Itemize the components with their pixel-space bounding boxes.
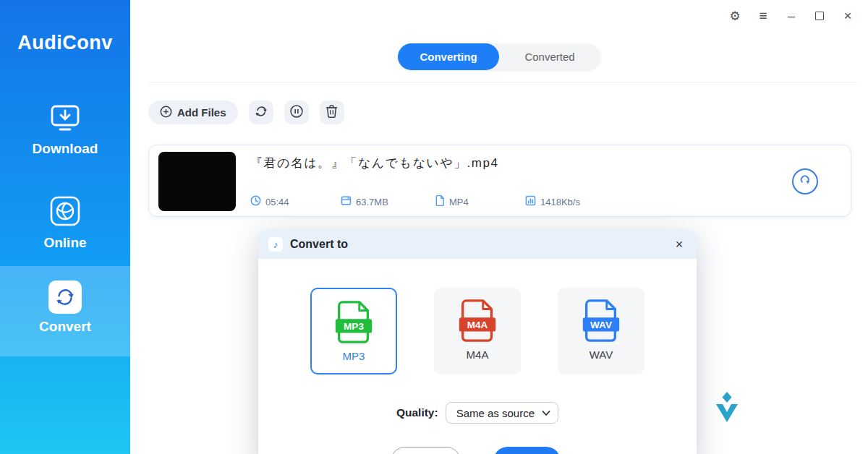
divider	[148, 82, 857, 82]
dialog-primary-button[interactable]	[493, 447, 561, 454]
add-files-button[interactable]: Add Files	[148, 100, 238, 124]
file-bitrate: 1418Kb/s	[525, 195, 580, 208]
quality-row: Quality: Same as source	[258, 402, 697, 424]
quality-value: Same as source	[456, 407, 535, 419]
app-logo: AudiConv	[0, 32, 130, 54]
file-title: 『君の名は。』「なんでもないや」.mp4	[250, 155, 498, 171]
format-option-mp3[interactable]: MP3 MP3	[310, 288, 397, 374]
maximize-icon	[815, 12, 824, 20]
plus-circle-icon	[160, 106, 172, 120]
file-duration: 05:44	[250, 195, 341, 208]
brand-watermark-icon	[712, 391, 741, 427]
minimize-button[interactable]: –	[786, 9, 797, 23]
file-size-value: 63.7MB	[356, 197, 388, 207]
music-note-icon: ♪	[268, 237, 283, 252]
monitor-download-icon	[49, 104, 81, 136]
format-option-wav[interactable]: WAV WAV	[558, 288, 644, 374]
convert-arrows-icon	[48, 280, 82, 314]
format-label: WAV	[590, 348, 613, 361]
document-icon	[435, 195, 445, 208]
quality-dropdown[interactable]: Same as source	[446, 402, 558, 424]
maximize-button[interactable]	[814, 9, 825, 23]
bitrate-chart-icon	[525, 195, 536, 208]
mp3-file-icon: MP3	[331, 299, 376, 346]
file-format: MP4	[435, 195, 525, 208]
sidebar-item-label: Download	[33, 141, 98, 157]
dialog-title: Convert to	[290, 238, 348, 251]
window-controls: ⚙ ≡ – ×	[729, 9, 854, 23]
quality-label: Quality:	[396, 406, 438, 419]
file-row: 『君の名は。』「なんでもないや」.mp4 05:44	[148, 145, 851, 217]
svg-text:MP3: MP3	[344, 321, 364, 332]
trash-icon	[325, 104, 339, 121]
convert-retry-button[interactable]	[792, 168, 818, 194]
close-button[interactable]: ×	[842, 9, 854, 23]
file-duration-value: 05:44	[265, 197, 289, 207]
dialog-secondary-button[interactable]	[391, 447, 461, 454]
add-files-label: Add Files	[177, 106, 226, 119]
delete-all-button[interactable]	[320, 100, 344, 124]
format-label: M4A	[467, 348, 489, 361]
file-bitrate-value: 1418Kb/s	[540, 197, 580, 207]
dialog-close-button[interactable]: ×	[672, 237, 686, 252]
format-label: MP3	[343, 350, 365, 362]
refresh-circle-icon	[799, 174, 812, 189]
refresh-all-button[interactable]	[249, 100, 273, 124]
file-size: 63.7MB	[341, 195, 435, 208]
svg-text:M4A: M4A	[467, 320, 488, 330]
storage-icon	[341, 195, 352, 208]
file-meta-row: 05:44 63.7MB	[250, 195, 580, 208]
refresh-icon	[254, 104, 268, 121]
tab-converted[interactable]: Converted	[499, 43, 600, 70]
sidebar-item-label: Convert	[39, 319, 91, 335]
toolbar: Add Files	[148, 100, 344, 124]
format-option-m4a[interactable]: M4A M4A	[434, 288, 521, 374]
tab-converting[interactable]: Converting	[398, 43, 499, 70]
sidebar-item-label: Online	[43, 235, 86, 251]
chevron-down-icon	[542, 410, 550, 416]
dialog-header: ♪ Convert to ×	[258, 230, 697, 259]
convert-to-dialog: ♪ Convert to × MP3 MP3 M4A	[258, 230, 697, 454]
wav-file-icon: WAV	[579, 298, 624, 344]
m4a-file-icon: M4A	[455, 298, 500, 344]
sidebar-item-download[interactable]: Download	[0, 104, 130, 157]
video-thumbnail	[158, 152, 236, 211]
app-window: AudiConv Download O	[0, 0, 868, 454]
pause-all-button[interactable]	[284, 100, 309, 124]
globe-icon	[49, 195, 81, 230]
svg-text:WAV: WAV	[590, 320, 612, 330]
sidebar: AudiConv Download O	[0, 0, 130, 454]
gear-icon[interactable]: ⚙	[729, 9, 741, 23]
sidebar-item-online[interactable]: Online	[0, 195, 130, 251]
status-tabs: Converting Converted	[398, 43, 600, 70]
sidebar-item-convert[interactable]: Convert	[0, 266, 130, 356]
clock-icon	[250, 195, 261, 208]
sidebar-item-convert-inner: Convert	[0, 280, 130, 335]
hamburger-menu-icon[interactable]: ≡	[757, 9, 769, 23]
format-options: MP3 MP3 M4A M4A WAV	[258, 288, 697, 374]
file-format-value: MP4	[449, 197, 469, 207]
pause-icon	[289, 104, 304, 121]
